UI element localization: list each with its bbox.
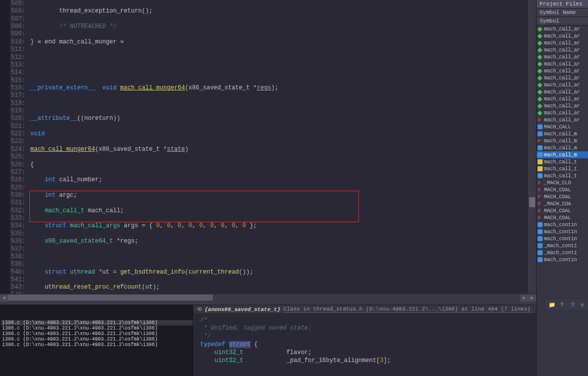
green-icon [538, 47, 543, 52]
scroll-track[interactable] [8, 295, 520, 302]
context-code[interactable]: /* * Unified, tagged saved state: */ typ… [194, 314, 536, 376]
symbol-item[interactable]: mach_call_ar [537, 95, 588, 102]
hash-icon: # [538, 117, 543, 122]
symbol-label: mach_call_ar [544, 96, 580, 102]
fold-margin[interactable] [0, 0, 11, 294]
vscroll-thumb[interactable] [529, 197, 535, 207]
symbol-item[interactable]: mach_contin [537, 228, 588, 235]
symbol-label: mach_call_ar [544, 82, 580, 88]
folder-icon[interactable]: 📁 [548, 301, 556, 309]
symbol-item[interactable]: mach_contin [537, 235, 588, 242]
symbol-item[interactable]: #MACH_COAL [537, 207, 588, 214]
symbol-item[interactable]: mach_call_ar [537, 25, 588, 32]
line-gutter: 505:506:507:508:509:510:511:512:513:514:… [11, 0, 28, 294]
symbol-label: MACH_COAL [544, 187, 571, 193]
green-icon [538, 103, 543, 108]
context-panel: ⟲ {anonx86_saved_state_t} Class in threa… [194, 305, 536, 376]
symbol-item[interactable]: mach_call_ar [537, 39, 588, 46]
symbol-item[interactable]: #mach_call_m [537, 137, 588, 144]
symbol-item[interactable]: mach_call_t [537, 158, 588, 165]
symbol-item[interactable]: mach_call_ar [537, 109, 588, 116]
blue-icon [538, 131, 543, 136]
r-icon[interactable]: ℛ [568, 301, 576, 309]
code-editor[interactable]: 505:506:507:508:509:510:511:512:513:514:… [0, 0, 536, 294]
symbol-label: MACH_CALL [544, 124, 571, 130]
symbol-item[interactable]: _mach_conti [537, 242, 588, 249]
green-icon [538, 96, 543, 101]
green-icon [538, 110, 543, 115]
green-icon [538, 61, 543, 66]
symbol-item[interactable]: MACH_CALL [537, 123, 588, 130]
references-panel[interactable]: i386.c (D:\xnu-4903.221.2\xnu-4903.221.2… [0, 305, 194, 376]
green-icon [538, 26, 543, 31]
symbol-label: mach_call_m [544, 131, 577, 137]
scroll-thumb[interactable] [8, 295, 213, 301]
symbol-item[interactable]: mach_contin [537, 256, 588, 263]
blue-icon [538, 243, 543, 248]
symbol-item[interactable]: #MACH_COAL [537, 214, 588, 221]
reference-item[interactable]: i386.c (D:\xnu-4903.221.2\xnu-4903.221.2… [1, 337, 193, 342]
blue-icon [538, 124, 543, 129]
symbol-label: mach_call_m [544, 145, 577, 151]
symbol-item[interactable]: mach_call_m [537, 144, 588, 151]
symbol-label: mach_call_ar [544, 40, 580, 46]
symbol-label: mach_call_ar [544, 26, 580, 32]
code-content[interactable]: thread_exception_return(); /* NOTREACHED… [28, 0, 528, 294]
symbol-item[interactable]: #MACH_COAL [537, 193, 588, 200]
symbol-item[interactable]: mach_call_t [537, 172, 588, 179]
symbol-item[interactable]: mach_call_ar [537, 53, 588, 60]
symbol-label: mach_call_t [544, 159, 577, 165]
symbol-item[interactable]: mach_call_ar [537, 67, 588, 74]
symbol-label: mach_call_m [544, 138, 577, 144]
scroll-left-arrow[interactable]: ◀ [0, 295, 8, 302]
project-files-tab[interactable]: Project Files [537, 0, 588, 8]
symbol-item[interactable]: _mach_conti [537, 249, 588, 256]
reference-item[interactable]: i386.c (D:\xnu-4903.221.2\xnu-4903.221.2… [1, 331, 193, 337]
context-icon: ⟲ [197, 306, 202, 313]
symbol-label: mach_call_ar [544, 33, 580, 39]
reference-item[interactable]: i386.c (D:\xnu-4903.221.2\xnu-4903.221.2… [1, 326, 193, 331]
green-icon [538, 54, 543, 59]
symbol-label: mach_call_ar [544, 110, 580, 116]
vertical-scrollbar[interactable] [528, 0, 536, 294]
blue-icon [538, 236, 543, 241]
green-icon [538, 82, 543, 87]
reference-header[interactable]: i386.c (D:\xnu-4903.221.2\xnu-4903.221.2… [1, 320, 193, 326]
blue-icon [538, 250, 543, 255]
scroll-right-arrow-2[interactable]: ▶ [528, 295, 536, 302]
symbol-item[interactable]: mach_call_ar [537, 46, 588, 53]
symbol-item[interactable]: mach_call_ar [537, 60, 588, 67]
symbol-item[interactable]: #MACH_COAL [537, 186, 588, 193]
symbol-label: _mach_conti [544, 250, 577, 256]
reference-item[interactable]: i386.c (D:\xnu-4903.221.2\xnu-4903.221.2… [1, 342, 193, 348]
help-icon[interactable]: ? [558, 301, 566, 309]
scroll-right-arrow[interactable]: ▶ [520, 295, 528, 302]
horizontal-scrollbar[interactable]: ◀ ▶ ▶ [0, 294, 536, 302]
symbol-item[interactable]: mach_call_ar [537, 88, 588, 95]
symbol-item[interactable]: mach_call_m [537, 151, 588, 158]
symbol-item[interactable]: #_MACH_COA [537, 200, 588, 207]
hash-icon: # [538, 187, 543, 192]
yellow-icon [538, 159, 543, 164]
hash-icon: # [538, 215, 543, 220]
symbol-panel[interactable]: Project Files Symbol Name Symbol mach_ca… [536, 0, 588, 376]
gear-icon[interactable]: ⚙ [578, 301, 586, 309]
symbol-name-header[interactable]: Symbol Name [537, 8, 588, 17]
symbol-header[interactable]: Symbol [537, 17, 588, 25]
symbol-label: mach_call_ar [544, 103, 580, 109]
symbol-label: mach_contin [544, 222, 577, 228]
context-info: Class in thread_status.h (D:\xnu-4903.22… [284, 306, 531, 313]
symbol-item[interactable]: #mach_call_ar [537, 116, 588, 123]
hash-icon: # [538, 208, 543, 213]
green-icon [538, 75, 543, 80]
symbol-item[interactable]: mach_call_ar [537, 102, 588, 109]
symbol-label: mach_call_ar [544, 117, 580, 123]
symbol-item[interactable]: mach_call_t [537, 165, 588, 172]
symbol-label: _mach_conti [544, 243, 577, 249]
symbol-item[interactable]: mach_call_ar [537, 74, 588, 81]
symbol-item[interactable]: mach_call_ar [537, 32, 588, 39]
symbol-item[interactable]: mach_call_ar [537, 81, 588, 88]
symbol-item[interactable]: mach_call_m [537, 130, 588, 137]
symbol-item[interactable]: #_MACH_CLO [537, 179, 588, 186]
symbol-item[interactable]: mach_contin [537, 221, 588, 228]
